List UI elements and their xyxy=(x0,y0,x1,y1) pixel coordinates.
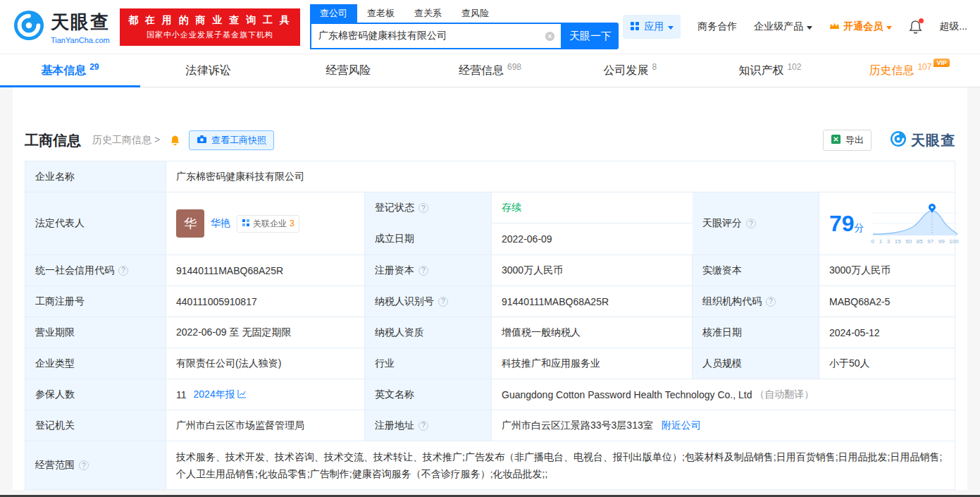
nav-cooperation[interactable]: 商务合作 xyxy=(697,20,737,33)
help-icon[interactable] xyxy=(418,203,428,213)
value-text: 3000万人民币 xyxy=(829,264,891,277)
business-scope-value: 技术服务、技术开发、技术咨询、技术交流、技术转让、技术推广;广告发布（非广播电台… xyxy=(166,441,955,489)
field-label: 企业名称 xyxy=(25,161,166,192)
value-text: 2022-06-09 至 无固定期限 xyxy=(176,326,291,339)
tianyancha-logo-icon xyxy=(13,9,45,44)
help-icon[interactable] xyxy=(418,421,428,431)
field-value: 科技推广和应用服务业 xyxy=(492,348,693,379)
field-value: 440111005910817 xyxy=(166,286,365,317)
field-label: 英文名称 xyxy=(365,379,492,410)
search-button[interactable]: 天眼一下 xyxy=(562,23,619,49)
tab-label: 基本信息 xyxy=(41,63,86,78)
tab-label: 历史信息 xyxy=(869,63,914,78)
label-text: 注册资本 xyxy=(375,264,414,277)
tab-label: 经营风险 xyxy=(325,63,371,78)
search-input[interactable] xyxy=(311,30,545,42)
table-row: 企业名称 广东棉密码健康科技有限公司 xyxy=(25,161,955,192)
field-label: 经营范围 xyxy=(25,441,166,489)
export-button[interactable]: 导出 xyxy=(823,130,872,151)
help-icon[interactable] xyxy=(418,266,428,276)
notification-bell-icon[interactable] xyxy=(909,20,922,35)
nav-enterprise-label: 企业级产品 xyxy=(754,20,803,33)
search-tabs: 查公司 查老板 查关系 查风险 xyxy=(310,4,619,23)
field-value: 2022-06-09 至 无固定期限 xyxy=(166,317,365,348)
tab-basic-info[interactable]: 基本信息29 xyxy=(0,54,140,87)
annual-report-link[interactable]: 2024年报 xyxy=(194,388,247,401)
label-text: 经营范围 xyxy=(35,459,75,472)
field-label: 营业期限 xyxy=(25,317,166,348)
value-text: 11 xyxy=(176,389,187,400)
label-text: 企业名称 xyxy=(35,171,75,183)
field-label: 企业类型 xyxy=(25,348,166,379)
history-business-info-link[interactable]: 历史工商信息 > xyxy=(92,134,160,147)
nav-vip[interactable]: 开通会员 xyxy=(829,20,892,33)
chevron-down-icon xyxy=(668,26,674,30)
auto-translate-note: （自动翻译） xyxy=(755,388,814,401)
clear-icon[interactable] xyxy=(545,31,555,42)
label-text: 成立日期 xyxy=(375,233,414,245)
field-label: 成立日期 xyxy=(365,223,492,254)
apps-grid-icon xyxy=(630,21,640,33)
field-label: 工商注册号 xyxy=(25,286,166,317)
tab-intellectual-property[interactable]: 知识产权102 xyxy=(700,54,841,87)
logo[interactable]: 天眼查 TianYanCha.com xyxy=(13,9,110,44)
tab-operation-risk[interactable]: 经营风险 xyxy=(280,54,420,87)
help-icon[interactable] xyxy=(118,266,128,276)
tianyancha-logo-icon xyxy=(890,130,907,150)
search-tab-relation[interactable]: 查关系 xyxy=(404,4,452,23)
insured-value: 11 2024年报 xyxy=(166,379,365,410)
monitor-bell-icon[interactable] xyxy=(170,135,180,146)
nav-apps[interactable]: 应用 xyxy=(623,15,681,39)
label-text: 参保人数 xyxy=(35,388,75,401)
value-text: 增值税一般纳税人 xyxy=(502,326,581,339)
search-tab-company[interactable]: 查公司 xyxy=(310,4,357,23)
field-label: 注册地址 xyxy=(365,410,492,441)
label-text: 法定代表人 xyxy=(35,217,85,230)
value-text: 广州市白云区市场监督管理局 xyxy=(176,419,304,432)
camera-icon xyxy=(197,135,207,146)
snapshot-button[interactable]: 查看工商快照 xyxy=(189,130,274,150)
related-companies-count: 3 xyxy=(290,219,294,228)
page: 天眼查 TianYanCha.com 都 在 用 的 商 业 查 询 工 具 国… xyxy=(0,0,980,497)
value-text: 科技推广和应用服务业 xyxy=(502,357,600,370)
tab-history-info[interactable]: 历史信息107VIP xyxy=(840,54,980,87)
score-axis-labels: 0131550859799100 xyxy=(872,238,959,245)
legal-rep-name-link[interactable]: 华艳 xyxy=(211,217,230,230)
label-text: 企业类型 xyxy=(35,357,75,370)
label-text: 登记机关 xyxy=(35,419,75,432)
search-tab-risk[interactable]: 查风险 xyxy=(452,4,499,23)
tab-legal-litigation[interactable]: 法律诉讼 xyxy=(140,54,280,87)
nearby-companies-link[interactable]: 附近公司 xyxy=(662,419,701,432)
score-curve-chart xyxy=(872,202,959,238)
help-icon[interactable] xyxy=(766,297,776,307)
related-companies-badge[interactable]: 关联企业 3 xyxy=(237,215,299,233)
legal-rep-avatar[interactable]: 华 xyxy=(176,209,204,238)
label-text: 注册地址 xyxy=(375,419,414,432)
export-button-label: 导出 xyxy=(845,134,864,147)
legal-rep-value: 华 华艳 关联企业 3 xyxy=(166,192,365,254)
label-text: 营业期限 xyxy=(35,326,75,339)
search-tab-boss[interactable]: 查老板 xyxy=(357,4,404,23)
help-icon[interactable] xyxy=(438,297,448,307)
english-name-value: Guangdong Cotton Password Health Technol… xyxy=(492,379,955,410)
nav-enterprise[interactable]: 企业级产品 xyxy=(754,20,812,33)
slogan-banner: 都 在 用 的 商 业 查 询 工 具 国家中小企业发展子基金旗下机构 xyxy=(120,8,300,46)
field-label: 登记状态 xyxy=(365,192,492,223)
help-icon[interactable] xyxy=(746,219,756,228)
score-digits: 79 xyxy=(829,211,855,236)
tab-label: 知识产权 xyxy=(738,63,783,78)
score-unit: 分 xyxy=(855,222,864,233)
label-text: 核准日期 xyxy=(702,326,742,339)
table-subrow: 成立日期 2022-06-09 xyxy=(365,223,693,254)
value-text: MABQ68A2-5 xyxy=(829,296,890,307)
help-icon[interactable] xyxy=(79,460,89,470)
tab-operation-info[interactable]: 经营信息698 xyxy=(420,54,560,87)
nav-super-vip[interactable]: 超级... xyxy=(939,20,967,33)
field-label: 注册资本 xyxy=(365,255,492,286)
company-name-value: 广东棉密码健康科技有限公司 xyxy=(166,161,955,192)
tab-company-development[interactable]: 公司发展8 xyxy=(560,54,700,87)
label-text: 纳税人识别号 xyxy=(375,295,434,308)
tab-count: 102 xyxy=(787,62,801,72)
company-tabbar: 基本信息29 法律诉讼 经营风险 经营信息698 公司发展8 知识产权102 历… xyxy=(0,54,980,87)
label-text: 登记状态 xyxy=(375,202,414,214)
